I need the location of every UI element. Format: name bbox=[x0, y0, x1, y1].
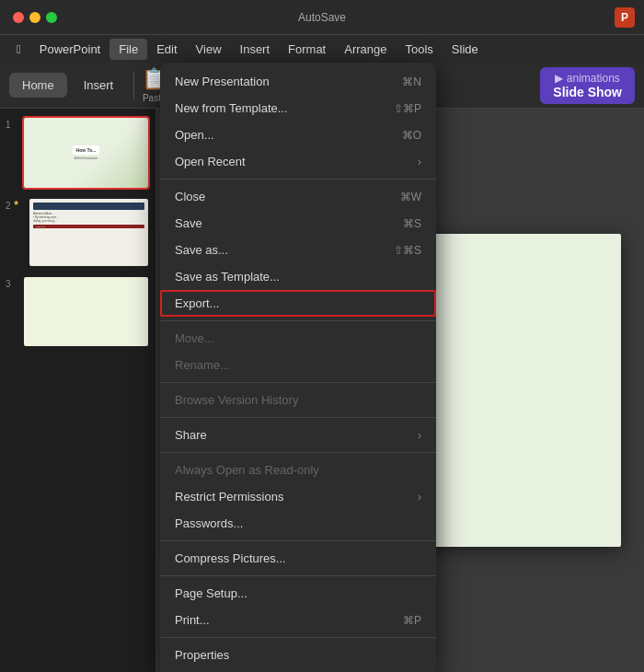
shortcut-save: ⌘S bbox=[403, 217, 421, 230]
open-recent-arrow: › bbox=[418, 156, 421, 168]
menu-item-open[interactable]: Open... ⌘O bbox=[160, 122, 436, 148]
separator-5 bbox=[160, 452, 436, 453]
separator-7 bbox=[160, 575, 436, 576]
shortcut-save-as: ⇧⌘S bbox=[394, 244, 421, 257]
separator-6 bbox=[160, 540, 436, 541]
separator-3 bbox=[160, 382, 436, 383]
menu-item-page-setup[interactable]: Page Setup... bbox=[160, 580, 436, 607]
menu-item-open-recent[interactable]: Open Recent › bbox=[160, 148, 436, 175]
menu-item-new-presentation[interactable]: New Presentation ⌘N bbox=[160, 68, 436, 95]
menu-item-browse-version-history: Browse Version History bbox=[160, 387, 436, 413]
separator-8 bbox=[160, 637, 436, 638]
menu-item-save-as-template[interactable]: Save as Template... bbox=[160, 263, 436, 290]
menu-item-save[interactable]: Save ⌘S bbox=[160, 210, 436, 237]
separator-2 bbox=[160, 320, 436, 321]
shortcut-open: ⌘O bbox=[402, 129, 421, 142]
menu-item-rename: Rename... bbox=[160, 352, 436, 378]
separator-4 bbox=[160, 417, 436, 418]
menu-item-print[interactable]: Print... ⌘P bbox=[160, 607, 436, 633]
menu-item-save-as[interactable]: Save as... ⇧⌘S bbox=[160, 237, 436, 263]
menu-item-new-from-template[interactable]: New from Template... ⇧⌘P bbox=[160, 95, 436, 122]
share-arrow: › bbox=[418, 429, 421, 442]
shortcut-close: ⌘W bbox=[400, 191, 421, 203]
shortcut-new-template: ⇧⌘P bbox=[394, 102, 421, 115]
menu-item-properties[interactable]: Properties bbox=[160, 642, 436, 668]
separator-1 bbox=[160, 179, 436, 180]
menu-item-compress-pictures[interactable]: Compress Pictures... bbox=[160, 545, 436, 572]
menu-item-always-open-readonly: Always Open as Read-only bbox=[160, 457, 436, 483]
menu-item-passwords[interactable]: Passwords... bbox=[160, 510, 436, 537]
menu-item-share[interactable]: Share › bbox=[160, 422, 436, 448]
dropdown-overlay[interactable]: New Presentation ⌘N New from Template...… bbox=[0, 0, 644, 672]
menu-item-restrict-permissions[interactable]: Restrict Permissions › bbox=[160, 483, 436, 510]
menu-item-export[interactable]: Export... bbox=[160, 290, 436, 317]
menu-item-close[interactable]: Close ⌘W bbox=[160, 183, 436, 210]
shortcut-print: ⌘P bbox=[403, 614, 421, 627]
shortcut-new: ⌘N bbox=[402, 75, 421, 88]
restrict-arrow: › bbox=[418, 491, 421, 504]
menu-item-move: Move... bbox=[160, 325, 436, 352]
file-dropdown-menu: New Presentation ⌘N New from Template...… bbox=[160, 63, 436, 672]
